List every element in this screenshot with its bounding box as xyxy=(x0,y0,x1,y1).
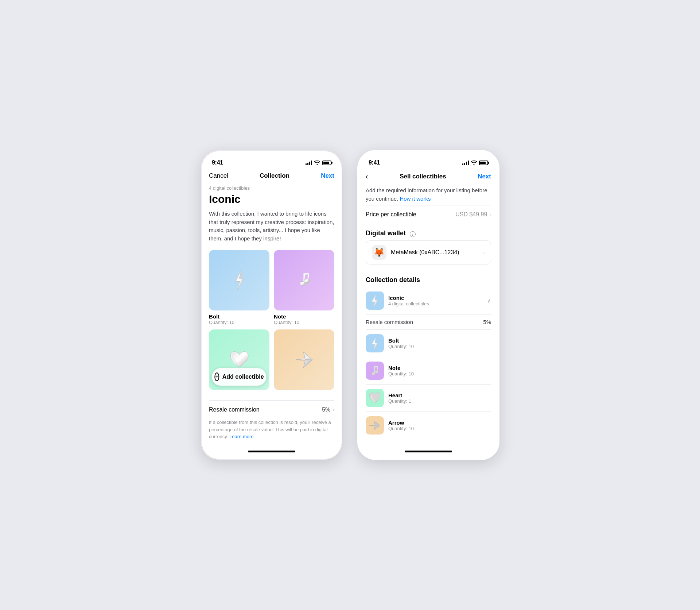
svg-marker-0 xyxy=(236,271,244,290)
screens-container: 9:41 Canc xyxy=(201,150,499,460)
add-collectible-label: Add collectible xyxy=(222,374,264,380)
left-nav-bar: Cancel Collection Next xyxy=(202,169,342,184)
metamask-icon: 🦊 xyxy=(372,245,386,260)
bolt-thumbnail xyxy=(209,250,269,310)
arrow-detail-name: Arrow xyxy=(388,420,491,426)
note-detail-qty: Quantity: 10 xyxy=(388,371,491,377)
left-next-button[interactable]: Next xyxy=(321,172,334,179)
bolt-detail-qty: Quantity: 10 xyxy=(388,344,491,349)
svg-point-7 xyxy=(308,279,311,282)
resale-commission-row[interactable]: Resale commission 5% › xyxy=(209,400,334,419)
bolt-detail-name: Bolt xyxy=(388,337,491,344)
arrow-icon xyxy=(292,348,316,372)
collection-subtitle: 4 digital collectibles xyxy=(209,185,334,191)
sell-subtitle: Add the required information for your li… xyxy=(366,186,491,203)
bolt-detail-info: Bolt Quantity: 10 xyxy=(388,337,491,349)
wallet-chevron-icon: › xyxy=(483,250,485,255)
left-home-bar xyxy=(248,451,295,452)
left-wifi-icon xyxy=(314,161,320,165)
heart-detail-info: Heart Quantity: 1 xyxy=(388,392,491,404)
left-status-bar: 9:41 xyxy=(202,151,342,169)
right-home-bar xyxy=(405,451,452,452)
right-next-button[interactable]: Next xyxy=(478,173,491,180)
right-wifi-icon xyxy=(471,161,477,165)
right-status-time: 9:41 xyxy=(369,159,380,166)
note-detail-info: Note Quantity: 10 xyxy=(388,365,491,377)
heart-detail-thumb xyxy=(366,389,384,407)
how-it-works-link[interactable]: How it works xyxy=(400,196,431,202)
svg-point-8 xyxy=(304,282,307,285)
iconic-chevron-up-icon: ∧ xyxy=(487,298,491,304)
bolt-detail-thumb xyxy=(366,334,384,352)
left-phone-inner: 9:41 Canc xyxy=(202,151,342,459)
note-detail-row: Note Quantity: 10 xyxy=(366,357,491,384)
collection-nav-title: Collection xyxy=(260,172,289,179)
left-screen-content: 4 digital collectibles Iconic With this … xyxy=(202,184,342,447)
heart-thumbnail: + Add collectible xyxy=(209,329,269,390)
arrow-detail-thumb xyxy=(366,416,384,435)
right-phone-frame: 9:41 ‹ xyxy=(357,150,499,460)
iconic-detail-thumb xyxy=(366,292,384,310)
collection-description: With this collection, I wanted to bring … xyxy=(209,210,334,243)
collectibles-grid: Bolt Quantity: 10 xyxy=(209,250,334,393)
resale-info-text: If a collectible from this collection is… xyxy=(209,419,334,447)
wallet-row[interactable]: 🦊 MetaMask (0xABC...1234) › xyxy=(366,240,491,265)
left-signal-icon xyxy=(306,161,312,165)
collectible-heart: + Add collectible xyxy=(209,329,269,393)
left-status-icons xyxy=(306,161,331,165)
left-battery-icon xyxy=(322,161,331,165)
arrow-detail-info: Arrow Quantity: 10 xyxy=(388,420,491,431)
back-button[interactable]: ‹ xyxy=(366,172,368,181)
info-icon: i xyxy=(410,231,416,237)
left-phone-frame: 9:41 Canc xyxy=(201,150,343,460)
bolt-qty: Quantity: 10 xyxy=(209,320,269,325)
right-signal-icon xyxy=(462,161,469,165)
note-detail-name: Note xyxy=(388,365,491,371)
resale-percent: 5% xyxy=(322,406,330,413)
arrow-thumbnail xyxy=(274,329,334,390)
right-screen-content: Add the required information for your li… xyxy=(358,185,498,447)
collectible-arrow xyxy=(274,329,334,393)
note-thumbnail xyxy=(274,250,334,310)
add-collectible-overlay[interactable]: + Add collectible xyxy=(212,368,266,386)
heart-detail-row: Heart Quantity: 1 xyxy=(366,384,491,412)
right-status-bar: 9:41 xyxy=(358,151,498,169)
detail-resale-row: Resale commission 5% xyxy=(366,314,491,329)
note-icon xyxy=(291,267,317,293)
digital-wallet-heading: Digital wallet i xyxy=(366,224,491,240)
cancel-button[interactable]: Cancel xyxy=(209,172,228,179)
price-label: Price per collectible xyxy=(366,211,416,218)
left-home-indicator xyxy=(202,447,342,459)
bolt-icon xyxy=(226,267,252,293)
bolt-name: Bolt xyxy=(209,313,269,320)
add-circle-icon: + xyxy=(214,372,219,381)
price-chevron-icon: › xyxy=(489,212,491,217)
bolt-detail-row: Bolt Quantity: 10 xyxy=(366,329,491,357)
iconic-detail-name: Iconic xyxy=(388,295,483,301)
note-detail-thumb xyxy=(366,362,384,380)
arrow-detail-row: Arrow Quantity: 10 xyxy=(366,412,491,439)
note-name: Note xyxy=(274,313,334,320)
right-status-icons xyxy=(462,161,488,165)
right-battery-icon xyxy=(479,161,488,165)
right-nav-bar: ‹ Sell collectibles Next xyxy=(358,169,498,185)
price-value: USD $49.99 › xyxy=(455,211,491,218)
iconic-detail-info: Iconic 4 digital collectibles xyxy=(388,295,483,306)
sell-nav-title: Sell collectibles xyxy=(400,173,446,180)
collectible-note: Note Quantity: 10 xyxy=(274,250,334,325)
learn-more-link[interactable]: Learn more xyxy=(229,434,253,439)
iconic-detail-qty: 4 digital collectibles xyxy=(388,301,483,306)
resale-value: 5% › xyxy=(322,406,334,413)
collection-title: Iconic xyxy=(209,193,334,205)
left-status-time: 9:41 xyxy=(212,159,223,166)
iconic-collection-row[interactable]: Iconic 4 digital collectibles ∧ xyxy=(366,287,491,314)
arrow-detail-qty: Quantity: 10 xyxy=(388,426,491,431)
wallet-name: MetaMask (0xABC...1234) xyxy=(391,249,479,256)
detail-resale-value: 5% xyxy=(483,319,491,325)
price-row[interactable]: Price per collectible USD $49.99 › xyxy=(366,205,491,224)
heart-detail-name: Heart xyxy=(388,392,491,398)
resale-chevron-icon: › xyxy=(332,407,334,413)
detail-resale-label: Resale commission xyxy=(366,319,413,325)
resale-label: Resale commission xyxy=(209,406,260,413)
svg-point-19 xyxy=(372,372,375,375)
